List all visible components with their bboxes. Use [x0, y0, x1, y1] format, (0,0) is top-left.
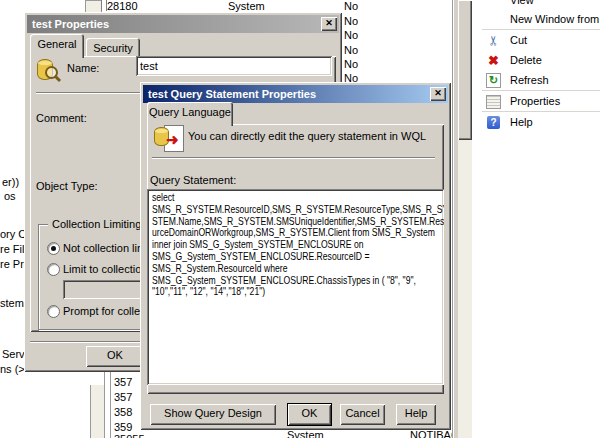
radio-not-collection-limited-label: Not collection limit	[63, 242, 152, 254]
scrollbar-thumb[interactable]	[458, 0, 472, 140]
query-dialog-content: ➜ You can directly edit the query statem…	[140, 82, 451, 430]
menu-item-label: Cut	[510, 34, 527, 46]
menu-separator	[482, 90, 600, 91]
bg-cell-id: 359	[114, 421, 132, 433]
menu-item-label: Properties	[510, 95, 560, 107]
bg-cell-id: 357	[114, 391, 132, 403]
delete-icon: ✖	[486, 53, 501, 68]
menu-item-label: Delete	[510, 54, 542, 66]
name-input[interactable]: test	[136, 56, 332, 76]
menu-item-label: Help	[510, 116, 533, 128]
query-statement-text: select SMS_R_SYSTEM.ResourceID,SMS_R_SYS…	[152, 192, 444, 298]
column-divider	[104, 372, 111, 438]
bg-tree-fragment: er))	[2, 176, 19, 188]
bg-tree-fragment: ory C	[0, 228, 26, 240]
edit-query-icon: ➜	[154, 124, 186, 154]
menu-item-view[interactable]: View	[472, 0, 600, 10]
bg-cell-id: 358	[114, 406, 132, 418]
menu-item-cut[interactable]: ✂ Cut	[472, 31, 600, 50]
menu-separator	[482, 29, 600, 30]
query-statement-label: Query Statement:	[150, 174, 236, 186]
menu-item-new-window-from-here[interactable]: New Window from Here	[472, 10, 600, 29]
cancel-button[interactable]: Cancel	[340, 404, 385, 425]
context-menu: View New Window from Here ✂ Cut ✖ Delete…	[472, 0, 600, 438]
bg-cell-client: No	[344, 29, 358, 41]
query-statement-textarea[interactable]: select SMS_R_SYSTEM.ResourceID,SMS_R_SYS…	[147, 189, 444, 385]
bg-cell-client: No	[344, 15, 358, 27]
ok-button[interactable]: OK	[86, 346, 144, 367]
help-button[interactable]: Help	[396, 404, 436, 425]
radio-limit-to-collection-label: Limit to collection:	[63, 263, 150, 275]
show-query-design-button[interactable]: Show Query Design	[150, 404, 276, 425]
cut-icon: ✂	[486, 33, 501, 48]
properties-icon	[486, 94, 501, 109]
bg-row-type: System	[228, 0, 265, 12]
bg-cell-id: 357	[114, 376, 132, 388]
menu-item-label: New Window from Here	[510, 13, 600, 25]
collection-limiting-label: Collection Limiting	[48, 218, 145, 230]
bg-cell-id: 35055	[114, 433, 145, 438]
bg-row-resource-id: 28180	[107, 0, 138, 12]
ok-button[interactable]: OK	[288, 404, 331, 425]
radio-not-collection-limited[interactable]	[47, 242, 60, 255]
bg-cell-client: No	[344, 44, 358, 56]
menu-item-refresh[interactable]: ↻ Refresh	[472, 71, 600, 90]
object-type-label: Object Type:	[36, 180, 98, 192]
name-label: Name:	[67, 62, 99, 74]
divider	[152, 157, 435, 159]
wql-info-text: You can directly edit the query statemen…	[188, 130, 426, 142]
menu-item-properties[interactable]: Properties	[472, 92, 600, 111]
menu-item-label: View	[510, 0, 534, 6]
menu-item-label: Refresh	[510, 74, 549, 86]
bg-tree-fragment: ns (>	[0, 363, 25, 375]
screen: { "background": { "top_row": { "id": "28…	[0, 0, 600, 438]
bg-cell-client: No	[344, 58, 358, 70]
background-scrollbar-bottom[interactable]	[90, 385, 105, 438]
query-statement-dialog: test Query Statement Properties ✕ Query …	[140, 82, 451, 430]
refresh-icon: ↻	[486, 73, 501, 88]
bg-tree-fragment: os	[4, 190, 16, 202]
help-icon: ?	[486, 115, 501, 130]
bg-bottomrow-type: System	[287, 429, 324, 438]
radio-prompt-for-collection-label: Prompt for collecti	[63, 305, 151, 317]
menu-item-help[interactable]: ? Help	[472, 113, 600, 132]
radio-prompt-for-collection[interactable]	[47, 305, 60, 318]
radio-limit-to-collection[interactable]	[47, 263, 60, 276]
vertical-scrollbar[interactable]	[458, 0, 472, 438]
menu-separator	[482, 111, 600, 112]
menu-item-delete[interactable]: ✖ Delete	[472, 51, 600, 70]
comment-label: Comment:	[36, 112, 87, 124]
bg-cell-client: No	[344, 0, 358, 12]
query-object-icon	[36, 58, 62, 84]
